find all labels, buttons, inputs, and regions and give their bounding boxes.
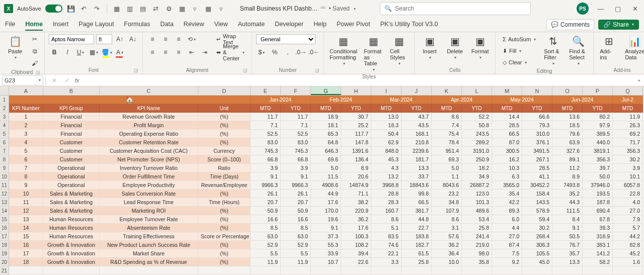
column-header[interactable]: K <box>432 86 462 95</box>
cell[interactable]: 15 <box>9 232 43 241</box>
cell[interactable]: 50.8 <box>462 121 492 130</box>
cell[interactable]: 30452.2 <box>522 181 552 190</box>
cell[interactable]: 36.4 <box>432 249 462 258</box>
qat-icon[interactable]: ▿ <box>217 4 226 13</box>
font-name-select[interactable] <box>49 34 94 44</box>
cell[interactable]: 83.5 <box>371 232 401 241</box>
cell[interactable]: 11 <box>9 198 43 207</box>
cell[interactable]: 440.0 <box>583 138 613 147</box>
qat-icon[interactable]: ▦ <box>178 4 187 13</box>
cell[interactable]: 181.7 <box>401 155 432 164</box>
cell[interactable]: Score (0–100) <box>198 155 251 164</box>
cell[interactable]: 39.4 <box>341 249 371 258</box>
cell[interactable]: 89.3 <box>492 207 522 215</box>
cell[interactable]: 13.0 <box>371 113 401 121</box>
cell[interactable]: 9 <box>9 181 43 190</box>
cell[interactable] <box>198 266 251 275</box>
cell[interactable]: 147.8 <box>341 138 371 147</box>
cell[interactable]: (%) <box>198 224 251 232</box>
cell[interactable]: 43.5 <box>401 121 432 130</box>
dialog-launcher-icon[interactable]: ◲ <box>134 68 138 73</box>
cell[interactable]: 36.2 <box>341 215 371 224</box>
cell[interactable]: 97.9 <box>583 121 613 130</box>
cell[interactable]: 50.4 <box>371 130 401 138</box>
cell[interactable]: Currency <box>198 147 251 155</box>
comments-button[interactable]: 💬 Comments <box>546 19 594 30</box>
cell[interactable]: 8.5 <box>281 224 311 232</box>
cell[interactable]: 66.5 <box>401 198 432 207</box>
cell[interactable]: 27.0 <box>613 207 643 215</box>
cell[interactable] <box>492 266 522 275</box>
cell[interactable]: 83.0 <box>251 138 281 147</box>
cell[interactable] <box>371 266 401 275</box>
column-header[interactable]: I <box>371 86 401 95</box>
cell[interactable]: 20.7 <box>251 198 281 207</box>
cell[interactable]: 9.2 <box>492 258 522 266</box>
cell[interactable]: 318.9 <box>583 232 613 241</box>
cell[interactable]: 42.2 <box>492 198 522 207</box>
cell[interactable]: 74.6 <box>371 241 401 249</box>
row-header[interactable]: 10 <box>0 172 9 181</box>
cell[interactable]: Sales & Marketing <box>43 198 100 207</box>
tab-review[interactable]: Review <box>184 19 204 31</box>
cell[interactable]: 9.1 <box>281 172 311 181</box>
cell[interactable]: Ratio <box>198 164 251 172</box>
cell[interactable]: 105.5 <box>522 249 552 258</box>
cell[interactable]: 22.6 <box>341 258 371 266</box>
cell[interactable]: 9966.3 <box>281 181 311 190</box>
format-painter-icon[interactable]: 🖌 <box>29 58 40 68</box>
cell[interactable]: 30.7 <box>341 113 371 121</box>
cell[interactable]: YTD <box>522 104 552 113</box>
cell[interactable]: MTD <box>613 104 643 113</box>
cell[interactable]: 5.7 <box>613 224 643 232</box>
cell[interactable]: 75.4 <box>432 130 462 138</box>
cell[interactable]: (%) <box>198 241 251 249</box>
italic-icon[interactable]: I <box>62 47 73 57</box>
cell[interactable]: 3.9 <box>613 164 643 172</box>
row-header[interactable]: 5 <box>0 130 9 138</box>
cell[interactable]: Jan-2024 <box>251 96 311 104</box>
cell[interactable]: MTD <box>371 104 401 113</box>
cell[interactable]: Financial <box>43 121 100 130</box>
cell[interactable] <box>462 266 492 275</box>
cell[interactable]: Unit <box>198 104 251 113</box>
cell[interactable]: 34.8 <box>432 198 462 207</box>
cell[interactable]: 87.4 <box>492 241 522 249</box>
cell[interactable]: 745.3 <box>281 147 311 155</box>
format-cells-button[interactable]: ▣Format▾ <box>469 34 491 61</box>
percent-icon[interactable]: % <box>269 47 280 57</box>
cell[interactable]: 33.9 <box>311 249 341 258</box>
row-header[interactable]: 1 <box>0 96 9 104</box>
cell[interactable] <box>341 266 371 275</box>
dialog-launcher-icon[interactable]: ◲ <box>243 68 248 73</box>
cell[interactable]: 100.3 <box>341 232 371 241</box>
cell[interactable]: 30.2 <box>522 224 552 232</box>
cell[interactable]: 300.5 <box>492 147 522 155</box>
select-all-corner[interactable] <box>0 86 9 95</box>
cell[interactable]: 52.2 <box>462 113 492 121</box>
save-icon[interactable]: 💾 <box>66 4 75 13</box>
cell[interactable]: 187.8 <box>583 198 613 207</box>
cell[interactable] <box>311 266 341 275</box>
cell[interactable]: Time (Days) <box>198 172 251 181</box>
cell[interactable]: 14.4 <box>492 113 522 121</box>
cell[interactable]: 3968.8 <box>371 181 401 190</box>
row-header[interactable]: 19 <box>0 249 9 258</box>
cell[interactable]: 28.3 <box>371 198 401 207</box>
cut-icon[interactable]: ✂ <box>29 34 40 44</box>
cell[interactable]: MTD <box>552 104 583 113</box>
cell[interactable]: 25.2 <box>341 121 371 130</box>
align-right-icon[interactable]: ≡ <box>173 47 184 57</box>
cell[interactable]: 267.1 <box>522 155 552 164</box>
cell[interactable]: KPI Name <box>100 104 198 113</box>
cell[interactable] <box>432 266 462 275</box>
cell[interactable]: 44.9 <box>311 190 341 198</box>
cell[interactable]: Human Resources <box>43 215 100 224</box>
cell[interactable]: Absenteeism Rate <box>100 224 198 232</box>
cell[interactable]: (%) <box>198 121 251 130</box>
minimize-icon[interactable]: — <box>596 4 606 14</box>
cell[interactable]: 136.4 <box>341 155 371 164</box>
cell[interactable]: 52.5 <box>251 130 281 138</box>
cell[interactable]: Employee Turnover Rate <box>100 215 198 224</box>
cell[interactable]: 23.2 <box>432 190 462 198</box>
